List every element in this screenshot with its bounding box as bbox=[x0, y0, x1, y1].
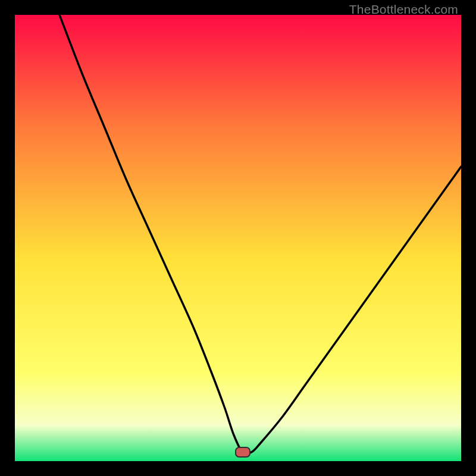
bottleneck-curve bbox=[15, 15, 461, 461]
plot-area bbox=[15, 15, 461, 461]
watermark-text: TheBottleneck.com bbox=[349, 2, 458, 17]
chart-container: TheBottleneck.com bbox=[0, 0, 476, 476]
optimum-marker bbox=[235, 447, 250, 458]
